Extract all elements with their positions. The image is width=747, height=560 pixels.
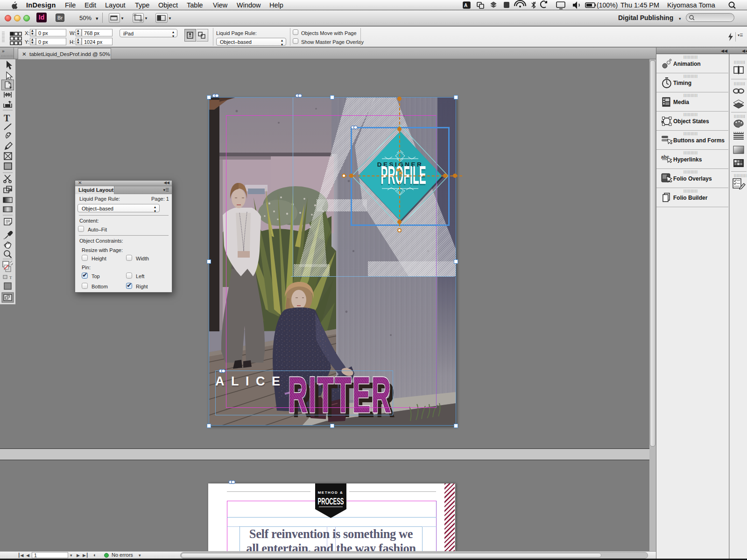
svg-text:METHOD &: METHOD &	[318, 490, 344, 495]
svg-text:Kiyomasa Toma: Kiyomasa Toma	[667, 1, 716, 9]
svg-text:PROCESS: PROCESS	[318, 496, 344, 506]
svg-text:Thu 1:45 PM: Thu 1:45 PM	[620, 1, 659, 9]
svg-text:T: T	[4, 113, 10, 123]
svg-text:T: T	[9, 275, 12, 280]
svg-text:(100%): (100%)	[597, 1, 618, 9]
svg-text:A: A	[464, 3, 467, 8]
